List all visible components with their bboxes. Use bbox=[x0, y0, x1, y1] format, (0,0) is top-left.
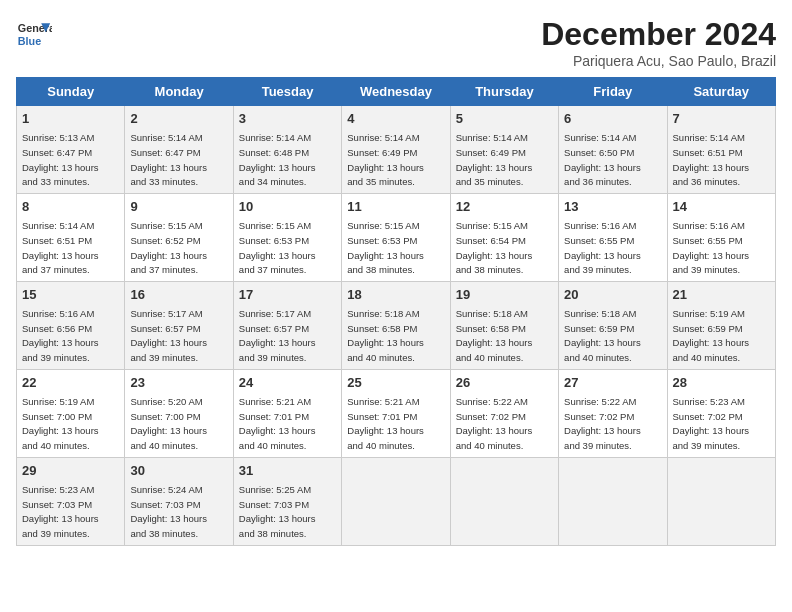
calendar-day-23: 23Sunrise: 5:20 AMSunset: 7:00 PMDayligh… bbox=[125, 369, 233, 457]
header-monday: Monday bbox=[125, 78, 233, 106]
calendar-day-14: 14Sunrise: 5:16 AMSunset: 6:55 PMDayligh… bbox=[667, 193, 775, 281]
header-tuesday: Tuesday bbox=[233, 78, 341, 106]
calendar-day-29: 29Sunrise: 5:23 AMSunset: 7:03 PMDayligh… bbox=[17, 457, 125, 545]
calendar-day-empty bbox=[450, 457, 558, 545]
calendar-day-20: 20Sunrise: 5:18 AMSunset: 6:59 PMDayligh… bbox=[559, 281, 667, 369]
month-title: December 2024 bbox=[541, 16, 776, 53]
calendar-day-31: 31Sunrise: 5:25 AMSunset: 7:03 PMDayligh… bbox=[233, 457, 341, 545]
week-row-5: 29Sunrise: 5:23 AMSunset: 7:03 PMDayligh… bbox=[17, 457, 776, 545]
calendar-day-9: 9Sunrise: 5:15 AMSunset: 6:52 PMDaylight… bbox=[125, 193, 233, 281]
calendar-day-17: 17Sunrise: 5:17 AMSunset: 6:57 PMDayligh… bbox=[233, 281, 341, 369]
calendar-day-11: 11Sunrise: 5:15 AMSunset: 6:53 PMDayligh… bbox=[342, 193, 450, 281]
calendar-day-21: 21Sunrise: 5:19 AMSunset: 6:59 PMDayligh… bbox=[667, 281, 775, 369]
week-row-4: 22Sunrise: 5:19 AMSunset: 7:00 PMDayligh… bbox=[17, 369, 776, 457]
svg-text:Blue: Blue bbox=[18, 35, 41, 47]
calendar-day-3: 3Sunrise: 5:14 AMSunset: 6:48 PMDaylight… bbox=[233, 106, 341, 194]
calendar-day-16: 16Sunrise: 5:17 AMSunset: 6:57 PMDayligh… bbox=[125, 281, 233, 369]
header-saturday: Saturday bbox=[667, 78, 775, 106]
calendar-day-28: 28Sunrise: 5:23 AMSunset: 7:02 PMDayligh… bbox=[667, 369, 775, 457]
calendar-day-empty bbox=[559, 457, 667, 545]
page-header: General Blue December 2024 Pariquera Acu… bbox=[16, 16, 776, 69]
calendar-day-6: 6Sunrise: 5:14 AMSunset: 6:50 PMDaylight… bbox=[559, 106, 667, 194]
calendar-day-30: 30Sunrise: 5:24 AMSunset: 7:03 PMDayligh… bbox=[125, 457, 233, 545]
calendar-day-18: 18Sunrise: 5:18 AMSunset: 6:58 PMDayligh… bbox=[342, 281, 450, 369]
calendar-day-13: 13Sunrise: 5:16 AMSunset: 6:55 PMDayligh… bbox=[559, 193, 667, 281]
calendar-day-22: 22Sunrise: 5:19 AMSunset: 7:00 PMDayligh… bbox=[17, 369, 125, 457]
week-row-2: 8Sunrise: 5:14 AMSunset: 6:51 PMDaylight… bbox=[17, 193, 776, 281]
calendar-table: Sunday Monday Tuesday Wednesday Thursday… bbox=[16, 77, 776, 546]
week-row-1: 1Sunrise: 5:13 AMSunset: 6:47 PMDaylight… bbox=[17, 106, 776, 194]
calendar-day-1: 1Sunrise: 5:13 AMSunset: 6:47 PMDaylight… bbox=[17, 106, 125, 194]
location-subtitle: Pariquera Acu, Sao Paulo, Brazil bbox=[541, 53, 776, 69]
calendar-day-empty bbox=[667, 457, 775, 545]
calendar-day-8: 8Sunrise: 5:14 AMSunset: 6:51 PMDaylight… bbox=[17, 193, 125, 281]
calendar-day-4: 4Sunrise: 5:14 AMSunset: 6:49 PMDaylight… bbox=[342, 106, 450, 194]
calendar-day-27: 27Sunrise: 5:22 AMSunset: 7:02 PMDayligh… bbox=[559, 369, 667, 457]
days-header-row: Sunday Monday Tuesday Wednesday Thursday… bbox=[17, 78, 776, 106]
calendar-day-10: 10Sunrise: 5:15 AMSunset: 6:53 PMDayligh… bbox=[233, 193, 341, 281]
header-thursday: Thursday bbox=[450, 78, 558, 106]
calendar-day-5: 5Sunrise: 5:14 AMSunset: 6:49 PMDaylight… bbox=[450, 106, 558, 194]
calendar-day-2: 2Sunrise: 5:14 AMSunset: 6:47 PMDaylight… bbox=[125, 106, 233, 194]
header-sunday: Sunday bbox=[17, 78, 125, 106]
calendar-day-15: 15Sunrise: 5:16 AMSunset: 6:56 PMDayligh… bbox=[17, 281, 125, 369]
calendar-day-26: 26Sunrise: 5:22 AMSunset: 7:02 PMDayligh… bbox=[450, 369, 558, 457]
week-row-3: 15Sunrise: 5:16 AMSunset: 6:56 PMDayligh… bbox=[17, 281, 776, 369]
calendar-day-7: 7Sunrise: 5:14 AMSunset: 6:51 PMDaylight… bbox=[667, 106, 775, 194]
logo: General Blue bbox=[16, 16, 52, 52]
logo-icon: General Blue bbox=[16, 16, 52, 52]
calendar-day-25: 25Sunrise: 5:21 AMSunset: 7:01 PMDayligh… bbox=[342, 369, 450, 457]
calendar-day-12: 12Sunrise: 5:15 AMSunset: 6:54 PMDayligh… bbox=[450, 193, 558, 281]
header-friday: Friday bbox=[559, 78, 667, 106]
calendar-day-24: 24Sunrise: 5:21 AMSunset: 7:01 PMDayligh… bbox=[233, 369, 341, 457]
calendar-day-empty bbox=[342, 457, 450, 545]
title-area: December 2024 Pariquera Acu, Sao Paulo, … bbox=[541, 16, 776, 69]
calendar-day-19: 19Sunrise: 5:18 AMSunset: 6:58 PMDayligh… bbox=[450, 281, 558, 369]
header-wednesday: Wednesday bbox=[342, 78, 450, 106]
